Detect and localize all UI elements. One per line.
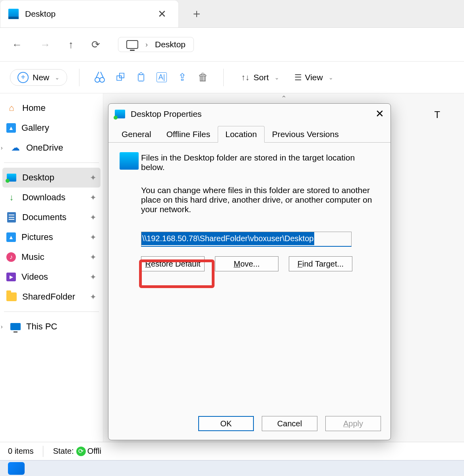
tab-offline-files[interactable]: Offline Files <box>159 126 218 143</box>
sidebar-label: Desktop <box>22 172 54 183</box>
sidebar-item-home[interactable]: ⌂ Home <box>2 98 101 118</box>
location-description-2: You can change where files in this folde… <box>141 186 379 214</box>
pin-icon[interactable]: ✦ <box>90 193 97 202</box>
paste-icon: 📋︎ <box>136 71 146 83</box>
pin-icon[interactable]: ✦ <box>90 272 97 282</box>
delete-button[interactable]: 🗑︎ <box>195 69 211 86</box>
location-description-1: Files in the Desktop folder are stored i… <box>141 153 379 172</box>
pin-icon[interactable]: ✦ <box>90 292 97 302</box>
sidebar-item-gallery[interactable]: ▲ Gallery <box>2 118 101 138</box>
desktop-icon <box>7 174 16 182</box>
view-label: View <box>305 73 323 82</box>
button-label: OK <box>220 419 232 428</box>
cancel-button[interactable]: Cancel <box>262 416 317 431</box>
sidebar-label: Documents <box>22 212 66 223</box>
pin-icon[interactable]: ✦ <box>90 173 97 182</box>
chevron-down-icon: ⌄ <box>275 74 279 81</box>
back-button[interactable]: ← <box>12 39 22 51</box>
dialog-body: Files in the Desktop folder are stored i… <box>108 143 391 410</box>
ok-button[interactable]: OK <box>198 416 254 431</box>
sidebar-label: Pictures <box>21 232 53 242</box>
sidebar-label: Videos <box>21 272 48 282</box>
music-icon: ♪ <box>6 252 16 262</box>
pictures-icon: ▲ <box>6 232 16 242</box>
dialog-title: Desktop Properties <box>131 109 202 119</box>
tab-label: Location <box>225 130 257 139</box>
new-button[interactable]: + New ⌄ <box>10 69 67 86</box>
sidebar-label: Gallery <box>21 123 49 133</box>
sidebar-label: Music <box>21 252 44 262</box>
collapse-handle[interactable] <box>103 93 464 100</box>
cut-button[interactable] <box>91 69 108 86</box>
trash-icon: 🗑︎ <box>198 71 208 83</box>
status-state-value: Offli <box>87 447 101 456</box>
status-bar: 0 items State: ⟳ Offli <box>0 442 464 460</box>
sidebar-item-thispc[interactable]: › This PC <box>2 317 101 337</box>
download-icon: ↓ <box>6 192 17 203</box>
folder-icon <box>6 292 17 301</box>
properties-dialog: Desktop Properties ✕ General Offline Fil… <box>108 103 391 440</box>
sidebar-item-downloads[interactable]: ↓ Downloads ✦ <box>2 188 101 207</box>
up-button[interactable]: ↑ <box>68 39 73 51</box>
onedrive-icon: ☁ <box>10 143 21 153</box>
taskbar <box>0 460 464 476</box>
gallery-icon: ▲ <box>6 123 16 133</box>
sidebar-item-desktop[interactable]: Desktop ✦ <box>2 168 101 188</box>
start-button[interactable] <box>8 462 25 475</box>
dialog-tabs: General Offline Files Location Previous … <box>108 126 391 143</box>
tab-general[interactable]: General <box>114 126 159 143</box>
breadcrumb[interactable]: › Desktop <box>118 37 194 52</box>
tab-location[interactable]: Location <box>218 126 264 143</box>
location-path-input[interactable]: \\192.168.50.78\SharedFolder\vboxuser\De… <box>141 232 352 247</box>
find-target-button[interactable]: Find Target... <box>289 256 352 271</box>
apply-button[interactable]: Apply <box>325 416 381 431</box>
pin-icon[interactable]: ✦ <box>90 213 97 222</box>
new-tab-button[interactable]: ＋ <box>179 0 215 27</box>
sidebar-item-music[interactable]: ♪ Music ✦ <box>2 247 101 267</box>
chevron-down-icon: ⌄ <box>55 74 60 81</box>
breadcrumb-location: Desktop <box>155 40 186 49</box>
nav-bar: ← → ↑ ⟳ › Desktop <box>0 28 464 62</box>
tab-desktop[interactable]: Desktop ✕ <box>0 0 179 27</box>
forward-button[interactable]: → <box>40 39 50 51</box>
window-tabs-bar: Desktop ✕ ＋ <box>0 0 464 28</box>
sidebar-item-videos[interactable]: ▶ Videos ✦ <box>2 267 101 287</box>
sync-icon: ⟳ <box>76 447 86 456</box>
sidebar: ⌂ Home ▲ Gallery › ☁ OneDrive Desktop ✦ … <box>0 93 103 460</box>
rename-button[interactable]: A| <box>153 69 170 86</box>
path-value: \\192.168.50.78\SharedFolder\vboxuser\De… <box>141 232 314 245</box>
pc-icon <box>126 40 138 49</box>
close-tab-icon[interactable]: ✕ <box>158 8 166 20</box>
cutoff-text: T <box>434 109 440 120</box>
documents-icon <box>7 212 16 223</box>
pc-icon <box>10 323 21 330</box>
tab-label: Offline Files <box>166 130 211 139</box>
sort-button[interactable]: ↑↓ Sort ⌄ <box>236 73 285 82</box>
desktop-icon <box>115 110 125 118</box>
chevron-down-icon: ⌄ <box>329 74 333 81</box>
view-button[interactable]: ☰ View ⌄ <box>289 73 339 82</box>
restore-default-button[interactable]: Restore Default <box>141 256 205 271</box>
paste-button[interactable]: 📋︎ <box>133 69 149 86</box>
sidebar-item-onedrive[interactable]: › ☁ OneDrive <box>2 138 101 158</box>
move-button[interactable]: Move... <box>215 256 278 271</box>
sidebar-item-documents[interactable]: Documents ✦ <box>2 207 101 227</box>
rename-icon: A| <box>157 72 167 82</box>
tab-title: Desktop <box>25 9 56 19</box>
video-icon: ▶ <box>6 273 16 281</box>
chevron-right-icon[interactable]: › <box>1 323 3 330</box>
copy-button[interactable]: ⮺ <box>112 69 129 86</box>
pin-icon[interactable]: ✦ <box>90 232 97 242</box>
pin-icon[interactable]: ✦ <box>90 252 97 262</box>
close-icon[interactable]: ✕ <box>375 108 384 120</box>
sidebar-item-pictures[interactable]: ▲ Pictures ✦ <box>2 227 101 247</box>
sidebar-item-sharedfolder[interactable]: SharedFolder ✦ <box>2 287 101 307</box>
sidebar-label: Home <box>22 103 46 113</box>
share-button[interactable]: ⇪ <box>174 69 191 86</box>
refresh-button[interactable]: ⟳ <box>91 39 100 51</box>
view-icon: ☰ <box>294 73 301 82</box>
tab-previous-versions[interactable]: Previous Versions <box>265 126 346 143</box>
tab-label: General <box>122 130 151 139</box>
chevron-right-icon[interactable]: › <box>1 145 3 151</box>
dialog-titlebar[interactable]: Desktop Properties ✕ <box>108 104 391 124</box>
